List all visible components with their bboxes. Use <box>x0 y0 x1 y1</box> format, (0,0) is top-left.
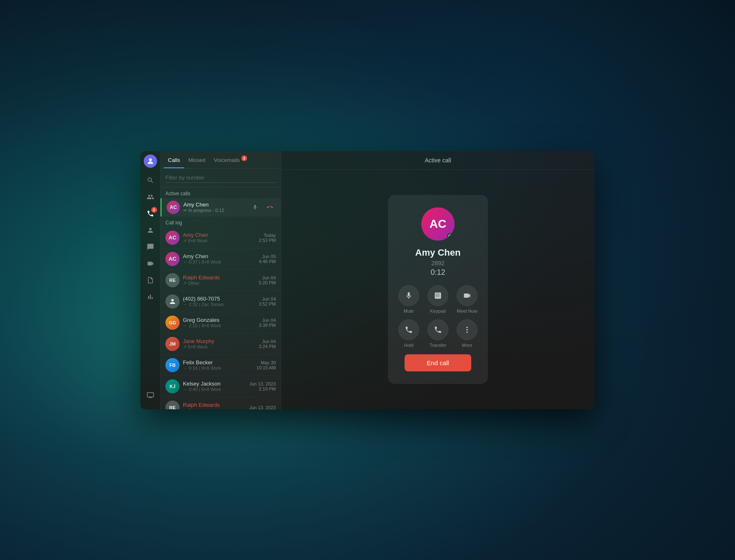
calls-badge: 2 <box>151 207 157 213</box>
meet-now-button[interactable]: Meet Now <box>457 285 478 314</box>
mute-button[interactable]: Mute <box>398 285 419 314</box>
sidebar-item-doc[interactable] <box>143 273 158 288</box>
call-log-name: Jane Murphy <box>183 338 255 344</box>
call-log-details: Ralph Edwards ↗ Other <box>183 274 255 286</box>
call-log-avatar: KJ <box>165 379 180 393</box>
call-log-meta: ← 2:15 | 8×8 Work <box>183 323 255 328</box>
transfer-label: Transfer <box>430 343 447 348</box>
active-call-status: ✏ In progress - 0:12 <box>183 208 246 213</box>
call-log-time: Jun 04 3:24 PM <box>259 339 276 349</box>
call-log-item[interactable]: AC Amy Chen ← 0:37 | 8×8 Work Jun 05 4:4… <box>160 249 281 270</box>
call-log-item[interactable]: GG Greg Gonzales ← 2:15 | 8×8 Work Jun 0… <box>160 312 281 334</box>
call-log-avatar: JM <box>165 337 180 351</box>
call-log-name: (402) 860-7075 <box>183 296 255 302</box>
call-timer: 0:12 <box>430 268 445 277</box>
caller-status-dot <box>447 233 453 239</box>
sidebar-item-monitor[interactable] <box>143 388 158 403</box>
more-label: More <box>462 343 472 348</box>
search-bar <box>160 169 281 187</box>
call-log-details: Jane Murphy ↗ 8×8 Work <box>183 338 255 350</box>
keypad-icon <box>428 285 448 306</box>
call-log-avatar: GG <box>165 316 180 330</box>
sidebar-item-contacts[interactable] <box>143 189 158 204</box>
call-log-meta: → 0:40 | 8×8 Work <box>183 387 246 392</box>
call-log-details: Greg Gonzales ← 2:15 | 8×8 Work <box>183 317 255 328</box>
call-log-details: Amy Chen ← 0:37 | 8×8 Work <box>183 253 255 264</box>
keypad-button[interactable]: Keypad <box>428 285 448 314</box>
call-log-name: Amy Chen <box>183 253 255 259</box>
call-log-details: Felix Becker → 0:16 | 8×8 Work <box>183 359 253 371</box>
active-call-actions <box>249 202 276 213</box>
call-log-avatar: RE <box>165 273 180 287</box>
call-log-item[interactable]: FB Felix Becker → 0:16 | 8×8 Work May 30… <box>160 355 281 376</box>
call-panel: Calls Missed Voicemails 2 Active calls A… <box>160 151 281 409</box>
call-log-meta: ↗ 8×8 Work <box>183 344 255 350</box>
end-call-button[interactable]: End call <box>405 354 471 371</box>
call-log-name: Felix Becker <box>183 359 253 366</box>
call-log-time: May 30 10:15 AM <box>257 360 276 370</box>
call-log-time: Jun 05 4:46 PM <box>259 254 276 264</box>
sidebar-item-calls[interactable]: 2 <box>143 206 158 221</box>
call-log-item[interactable]: KJ Kelsey Jackson → 0:40 | 8×8 Work Jun … <box>160 376 281 397</box>
call-log-avatar: AC <box>165 231 180 245</box>
call-log-details: (402) 860-7075 ← 2:32 | Zac Tomes <box>183 296 255 307</box>
sidebar-item-video[interactable] <box>143 256 158 271</box>
main-content: AC Amy Chen 2892 0:12 Mute <box>281 170 595 409</box>
active-calls-label: Active calls <box>160 187 281 198</box>
tab-missed[interactable]: Missed <box>184 151 210 168</box>
call-log-time: Jun 13, 2023 <box>249 405 276 409</box>
call-log-time: Today 2:53 PM <box>259 233 276 243</box>
call-log-item[interactable]: JM Jane Murphy ↗ 8×8 Work Jun 04 3:24 PM <box>160 334 281 355</box>
voicemails-badge: 2 <box>241 155 247 161</box>
end-active-call-btn[interactable] <box>264 202 276 213</box>
active-call-item[interactable]: AC Amy Chen ✏ In progress - 0:12 <box>160 198 281 217</box>
keypad-label: Keypad <box>430 309 445 314</box>
call-log-avatar <box>165 294 180 309</box>
search-input[interactable] <box>165 173 276 183</box>
call-log-meta: → 0:16 | 8×8 Work <box>183 366 253 371</box>
tab-voicemails[interactable]: Voicemails 2 <box>210 151 248 168</box>
svg-point-3 <box>466 331 468 333</box>
caller-avatar-large: AC <box>421 207 455 241</box>
transfer-button[interactable]: Transfer <box>428 319 448 348</box>
call-log-name: Greg Gonzales <box>183 317 255 323</box>
caller-name: Amy Chen <box>415 247 461 258</box>
call-controls-row2: Hold Transfer <box>398 319 478 348</box>
call-log-avatar: FB <box>165 358 180 372</box>
transfer-icon <box>428 319 448 340</box>
user-avatar[interactable] <box>144 154 157 168</box>
call-log-avatar: RE <box>165 401 180 409</box>
mute-icon <box>398 285 419 306</box>
call-log-meta: ← 2:32 | Zac Tomes <box>183 302 255 307</box>
sidebar-item-person[interactable] <box>143 223 158 238</box>
hold-icon <box>398 319 419 340</box>
call-log-time: Jun 04 3:39 PM <box>259 318 276 328</box>
call-controls-row1: Mute Keypad <box>398 285 478 314</box>
more-button[interactable]: More <box>457 319 478 348</box>
call-log-time: Jun 13, 2023 2:19 PM <box>249 381 276 391</box>
tab-calls[interactable]: Calls <box>164 151 184 168</box>
call-log-time: Jun 04 3:52 PM <box>259 296 276 306</box>
svg-point-0 <box>149 158 152 161</box>
active-call-name: Amy Chen <box>183 202 246 208</box>
sidebar-item-chat[interactable] <box>143 239 158 254</box>
call-log-details: Ralph Edwards ↗ Other <box>183 402 246 409</box>
sidebar-item-analytics[interactable] <box>143 289 158 304</box>
main-area: Active call AC Amy Chen 2892 0:12 <box>281 151 595 409</box>
call-log-item[interactable]: AC Amy Chen ↗ 8×8 Work Today 2:53 PM <box>160 227 281 249</box>
active-call-card: AC Amy Chen 2892 0:12 Mute <box>388 195 488 384</box>
mute-active-btn[interactable] <box>249 202 261 213</box>
caller-ext: 2892 <box>431 260 444 266</box>
call-log-item[interactable]: (402) 860-7075 ← 2:32 | Zac Tomes Jun 04… <box>160 291 281 312</box>
call-log-item[interactable]: RE Ralph Edwards ↗ Other Jun 13, 2023 <box>160 397 281 409</box>
call-log-meta: ↗ 8×8 Work <box>183 238 255 244</box>
main-header: Active call <box>281 151 595 170</box>
call-log-label: Call log <box>160 217 281 227</box>
sidebar: 2 <box>140 151 160 409</box>
active-call-info: Amy Chen ✏ In progress - 0:12 <box>183 202 246 213</box>
hold-button[interactable]: Hold <box>398 319 419 348</box>
sidebar-item-search[interactable] <box>143 173 158 188</box>
more-icon <box>457 319 478 340</box>
call-log-avatar: AC <box>165 252 180 266</box>
call-log-item[interactable]: RE Ralph Edwards ↗ Other Jun 04 5:20 PM <box>160 270 281 291</box>
